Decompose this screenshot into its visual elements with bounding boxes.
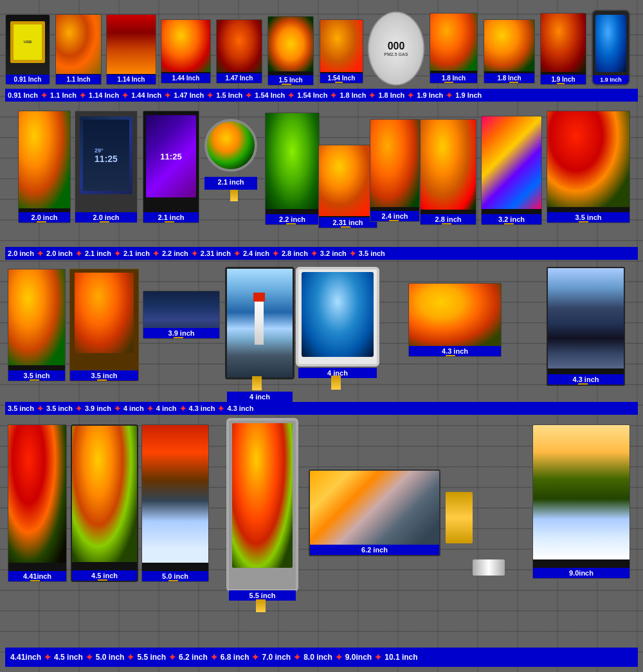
label-strip-20a: 2.0 inch <box>5 250 37 257</box>
label-strip-154b: 1.54 Inch <box>294 91 330 99</box>
label-strip-35c: 3.5 inch <box>44 404 75 412</box>
label-18a: 1.8 Inch <box>430 73 477 83</box>
display-35-inch-a[interactable]: 3.5 inch <box>8 269 66 381</box>
display-147-inch[interactable]: 1.47 Inch <box>216 19 262 84</box>
display-114-inch[interactable]: 1.14 Inch <box>106 14 156 85</box>
display-55-inch[interactable]: 5.5 inch <box>226 418 298 592</box>
display-28-inch[interactable]: 2.8 inch <box>420 119 476 225</box>
display-4-inch-a[interactable]: 4 inch <box>225 267 294 379</box>
display-32-inch[interactable]: 3.2 inch <box>481 116 542 225</box>
display-19-inch-a[interactable]: 1.9 Inch <box>540 13 586 85</box>
display-24-inch[interactable]: 2.4 inch <box>370 119 420 222</box>
strip-sep-9: ✦ <box>374 652 382 662</box>
display-35-inch-b[interactable]: 3.5 inch <box>69 269 139 381</box>
label-11: 1.1 Inch <box>56 75 101 84</box>
label-strip-39: 3.9 inch <box>82 404 114 412</box>
row2-label-strip: 2.0 inch ✦ 2.0 inch ✦ 2.1 inch ✦ 2.1 inc… <box>5 247 638 260</box>
label-19b: 1.9 Inch <box>593 75 629 84</box>
strip-70: 7.0 inch <box>262 653 291 662</box>
strip-55: 5.5 inch <box>137 653 166 662</box>
display-091-inch[interactable]: USB 0.91 Inch <box>5 14 50 85</box>
row3-label-strip: 3.5 inch ✦ 3.5 inch ✦ 3.9 inch ✦ 4 inch … <box>5 402 638 415</box>
display-15-inch[interactable]: 1.5 Inch <box>267 16 314 86</box>
label-strip-21b: 2.1 inch <box>121 250 152 257</box>
display-20-inch-b[interactable]: 29°11:25 2.0 inch <box>75 111 138 223</box>
display-45-inch[interactable]: 4.5 inch <box>71 424 138 582</box>
label-strip-43b: 4.3 inch <box>224 404 256 412</box>
label-strip-43a: 4.3 inch <box>186 404 218 412</box>
display-43-inch-a[interactable]: 4.3 inch <box>408 283 502 357</box>
strip-80: 8.0 inch <box>303 653 332 662</box>
display-231-inch[interactable]: 2.31 inch <box>318 145 377 228</box>
row1-label-strip: 0.91 Inch ✦ 1.1 Inch ✦ 1.14 Inch ✦ 1.44 … <box>5 89 638 102</box>
label-strip-15: 1.5 Inch <box>213 91 245 99</box>
label-90: 9.0inch <box>533 568 629 578</box>
label-strip-20b: 2.0 inch <box>44 250 75 257</box>
display-62-inch[interactable]: 6.2 inch <box>309 469 440 556</box>
label-144: 1.44 Inch <box>161 73 210 83</box>
strip-45: 4.5 inch <box>54 653 83 662</box>
strip-sep-1: ✦ <box>44 652 51 662</box>
strip-sep-3: ✦ <box>127 652 134 662</box>
label-strip-19b: 1.9 Inch <box>453 91 484 99</box>
label-strip-147: 1.47 Inch <box>171 91 206 99</box>
label-114: 1.14 Inch <box>107 75 156 84</box>
label-091: 0.91 Inch <box>6 75 50 84</box>
display-4-inch-b[interactable]: 4 inch <box>296 267 379 367</box>
strip-sep-6: ✦ <box>251 652 259 662</box>
strip-441: 4.41inch <box>10 653 41 662</box>
label-21b: 2.1 inch <box>204 177 257 190</box>
main-container: USB 0.91 Inch 1.1 Inch 1.14 Inch 1.44 In… <box>0 0 643 672</box>
display-154-inch-a[interactable]: 1.54 Inch <box>320 19 363 84</box>
label-35a: 3.5 inch <box>547 212 629 222</box>
label-strip-154a: 1.54 Inch <box>252 91 287 99</box>
label-strip-4b: 4 inch <box>154 404 179 412</box>
strip-101: 10.1 inch <box>385 653 417 662</box>
strip-sep-4: ✦ <box>168 652 176 662</box>
strip-50: 5.0 inch <box>96 653 125 662</box>
strip-sep-7: ✦ <box>293 652 301 662</box>
display-68-inch[interactable] <box>446 492 473 543</box>
display-144-inch[interactable]: 1.44 Inch <box>161 19 211 84</box>
display-22-inch[interactable]: 2.2 inch <box>265 113 320 225</box>
label-strip-11: 1.1 Inch <box>48 91 79 99</box>
display-35-inch-row2[interactable]: 3.5 inch <box>547 111 630 223</box>
label-strip-35a: 3.5 inch <box>356 250 388 257</box>
display-21-inch-round[interactable] <box>204 119 257 172</box>
display-19-inch-b[interactable]: 1.9 Inch <box>592 10 630 86</box>
display-154-inch-b[interactable]: 000 PM2.5 GAS 1.54 Inch <box>368 12 424 86</box>
label-strip-144: 1.44 Inch <box>129 91 164 99</box>
strip-sep-5: ✦ <box>210 652 218 662</box>
label-147: 1.47 Inch <box>217 73 262 83</box>
label-strip-091: 0.91 Inch <box>5 91 41 99</box>
display-441-inch[interactable]: 4.41inch <box>8 424 67 582</box>
label-strip-35b: 3.5 inch <box>5 404 37 412</box>
strip-62: 6.2 inch <box>179 653 208 662</box>
strip-68: 6.8 inch <box>221 653 249 662</box>
label-strip-18b: 1.8 Inch <box>376 91 407 99</box>
display-20-inch-a[interactable]: 2.0 inch <box>18 111 71 223</box>
label-strip-19a: 1.9 Inch <box>414 91 446 99</box>
label-strip-114: 1.14 Inch <box>86 91 122 99</box>
display-18-inch-b[interactable]: 1.8 Inch <box>484 19 535 84</box>
label-62: 6.2 inch <box>310 545 439 555</box>
label-strip-24: 2.4 inch <box>240 250 272 257</box>
display-43-inch-b[interactable]: 4.3 inch <box>547 267 625 386</box>
label-strip-18a: 1.8 Inch <box>337 91 368 99</box>
display-50-inch[interactable]: 5.0 inch <box>141 424 209 582</box>
strip-sep-2: ✦ <box>86 652 93 662</box>
label-4a: 4 inch <box>227 392 293 402</box>
strip-90: 9.0inch <box>345 653 372 662</box>
display-39-inch[interactable]: 3.9 inch <box>143 291 220 339</box>
display-90-inch[interactable]: 9.0inch <box>532 424 630 579</box>
label-strip-231: 2.31 inch <box>198 250 233 257</box>
display-18-inch-a[interactable]: 1.8 Inch <box>430 13 478 84</box>
bottom-label-strip: 4.41inch ✦ 4.5 inch ✦ 5.0 inch ✦ 5.5 inc… <box>5 648 638 667</box>
label-strip-28: 2.8 inch <box>279 250 311 257</box>
strip-sep-8: ✦ <box>335 652 343 662</box>
label-strip-22: 2.2 inch <box>159 250 191 257</box>
display-21-inch-a[interactable]: 11:25 2.1 inch <box>143 111 199 223</box>
display-11-inch[interactable]: 1.1 Inch <box>55 14 102 85</box>
label-strip-4a: 4 inch <box>121 404 147 412</box>
label-strip-32: 3.2 inch <box>318 250 349 257</box>
